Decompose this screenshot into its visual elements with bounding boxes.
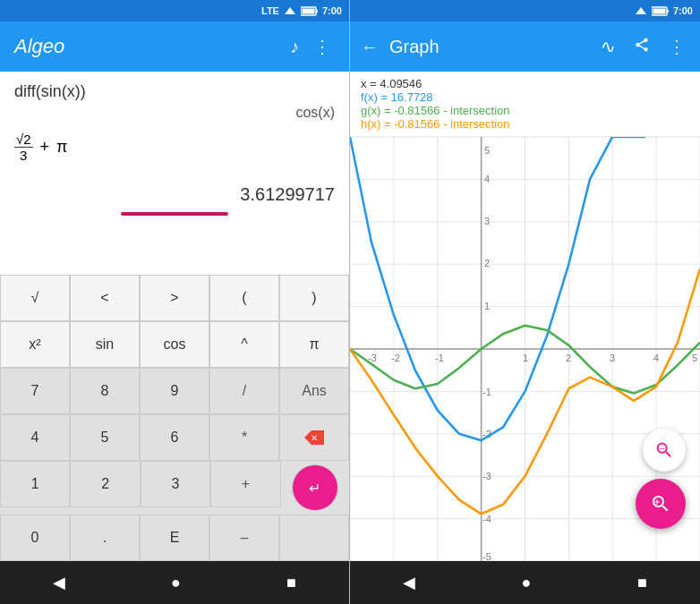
nav-recent-left[interactable]: ■ [279, 566, 303, 600]
input-expression: diff(sin(x)) [14, 82, 335, 101]
graph-top-bar: ← Graph ∿ ⋮ [350, 21, 700, 72]
svg-text:1: 1 [484, 301, 490, 311]
enter-wrapper: ↵ [281, 461, 349, 515]
svg-rect-8 [667, 10, 669, 13]
menu-icon-right[interactable]: ⋮ [664, 32, 689, 61]
key-row-1: √ < > ( ) [0, 275, 349, 321]
frac-denominator: 3 [18, 148, 29, 163]
key-cos[interactable]: cos [140, 321, 209, 368]
key-row-2: x² sin cos ^ π [0, 321, 349, 368]
top-bar-left: Algeo ♪ ⋮ [0, 21, 349, 72]
key-lparen[interactable]: ( [209, 275, 279, 321]
key-7[interactable]: 7 [0, 368, 70, 414]
key-empty [279, 515, 349, 561]
fraction-display: √2 3 + π [14, 132, 335, 163]
key-8[interactable]: 8 [70, 368, 140, 414]
svg-text:-5: -5 [482, 551, 491, 561]
key-ans[interactable]: Ans [279, 368, 349, 414]
nav-back-right[interactable]: ◀ [396, 566, 423, 600]
key-6[interactable]: 6 [140, 414, 209, 461]
key-4[interactable]: 4 [0, 414, 70, 461]
svg-text:4: 4 [653, 352, 659, 362]
key-2[interactable]: 2 [70, 461, 140, 507]
key-dot[interactable]: . [70, 515, 140, 561]
key-gt[interactable]: > [140, 275, 209, 321]
nav-bar-left: ◀ ● ■ [0, 561, 349, 604]
key-1[interactable]: 1 [0, 461, 70, 507]
status-bar-left: LTE 7:00 [0, 0, 349, 21]
svg-marker-0 [285, 7, 295, 14]
key-backspace[interactable]: ✕ [279, 414, 349, 461]
battery-icon-right [652, 5, 670, 16]
key-plus[interactable]: + [210, 461, 280, 507]
phone-left: LTE 7:00 Algeo ♪ ⋮ diff(sin(x)) cos(x) √… [0, 0, 350, 604]
zoom-out-button[interactable] [643, 429, 686, 472]
svg-text:3: 3 [610, 352, 615, 362]
x-value: x = 4.09546 [361, 77, 689, 90]
key-div[interactable]: / [209, 368, 279, 414]
graph-canvas: .grid-line { stroke: #e0e0e0; stroke-wid… [350, 137, 700, 561]
key-minus[interactable]: – [209, 515, 279, 561]
app-title: Algeo [14, 35, 279, 58]
key-sin[interactable]: sin [70, 321, 140, 368]
svg-text:3: 3 [484, 216, 490, 226]
key-row-4: 4 5 6 * ✕ [0, 414, 349, 461]
svg-rect-2 [316, 10, 318, 13]
frac-numerator: √2 [14, 132, 33, 148]
svg-text:-1: -1 [435, 352, 444, 362]
network-indicator: LTE [261, 5, 279, 16]
nav-bar-right: ◀ ● ■ [350, 561, 700, 604]
key-enter[interactable]: ↵ [292, 464, 338, 511]
input-divider [121, 212, 228, 216]
numeric-result: 3.61299717 [14, 184, 335, 205]
signal-icon-right [634, 5, 648, 16]
svg-text:2: 2 [566, 352, 571, 362]
svg-text:-3: -3 [482, 471, 491, 481]
key-rparen[interactable]: ) [279, 275, 349, 321]
g-value: g(x) = -0.81566 - intersection [361, 104, 689, 117]
graph-info-panel: x = 4.09546 f(x) = 16.7728 g(x) = -0.815… [350, 72, 700, 137]
svg-marker-6 [636, 7, 646, 14]
svg-text:1: 1 [523, 352, 528, 362]
svg-rect-3 [302, 9, 314, 14]
key-9[interactable]: 9 [140, 368, 209, 414]
key-row-5: 1 2 3 + ↵ [0, 461, 349, 515]
f-value: f(x) = 16.7728 [361, 90, 689, 104]
time-right: 7:00 [673, 5, 693, 16]
back-button[interactable]: ← [361, 37, 379, 57]
key-x2[interactable]: x² [0, 321, 70, 368]
nav-back-left[interactable]: ◀ [46, 566, 73, 600]
key-3[interactable]: 3 [141, 461, 210, 507]
svg-text:5: 5 [692, 352, 697, 362]
menu-icon-left[interactable]: ⋮ [310, 32, 335, 61]
frac-separator: + [40, 138, 50, 157]
key-lt[interactable]: < [70, 275, 140, 321]
svg-text:-2: -2 [391, 352, 400, 362]
status-bar-right: 7:00 [350, 0, 700, 21]
key-pi[interactable]: π [279, 321, 349, 368]
svg-text:2: 2 [484, 258, 490, 268]
keyboard: √ < > ( ) x² sin cos ^ π 7 8 9 / Ans 4 5… [0, 275, 349, 561]
zoom-in-button[interactable] [636, 479, 686, 529]
nav-home-left[interactable]: ● [164, 566, 188, 600]
key-mul[interactable]: * [209, 414, 279, 461]
svg-rect-9 [653, 9, 665, 14]
calc-display: diff(sin(x)) cos(x) √2 3 + π 3.61299717 [0, 72, 349, 275]
key-row-6: 0 . E – [0, 515, 349, 561]
share-icon[interactable] [630, 33, 653, 61]
frac-pi: π [56, 138, 67, 157]
graph-title: Graph [389, 37, 586, 57]
key-5[interactable]: 5 [70, 414, 140, 461]
phone-right: 7:00 ← Graph ∿ ⋮ x = 4.09546 f(x) = 16.7… [350, 0, 700, 604]
curve-icon[interactable]: ∿ [597, 32, 619, 61]
svg-text:✕: ✕ [311, 433, 318, 443]
key-e[interactable]: E [140, 515, 209, 561]
nav-recent-right[interactable]: ■ [630, 566, 654, 600]
function-icon[interactable]: ♪ [286, 33, 303, 61]
nav-home-right[interactable]: ● [515, 566, 539, 600]
signal-icon [283, 5, 297, 16]
key-sqrt[interactable]: √ [0, 275, 70, 321]
svg-text:-1: -1 [482, 386, 491, 396]
key-pow[interactable]: ^ [209, 321, 279, 368]
key-0[interactable]: 0 [0, 515, 70, 561]
